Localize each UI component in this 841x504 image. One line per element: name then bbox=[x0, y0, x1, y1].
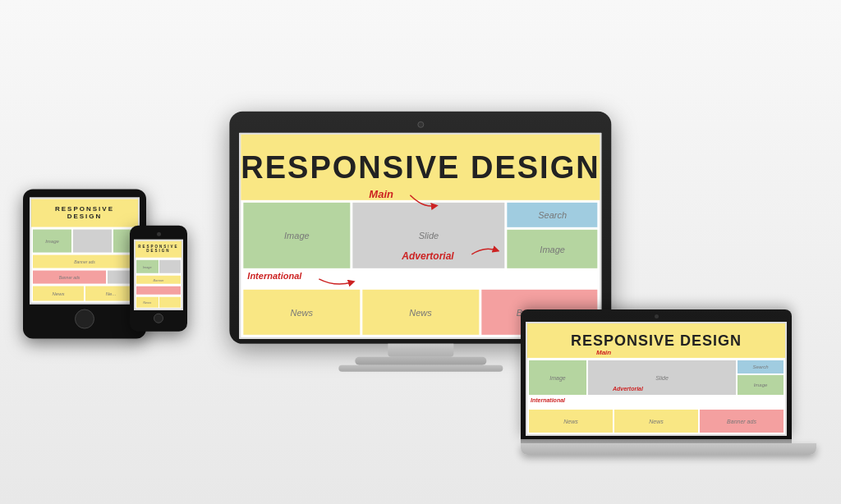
tablet: RESPONSIVEDESIGN Image bbox=[23, 190, 146, 339]
monitor-image-cell: Image bbox=[243, 203, 350, 268]
monitor-advertorial-annotation: Advertorial bbox=[402, 250, 453, 262]
phone-display: RESPONSIVEDESIGN Image Banner bbox=[134, 240, 183, 310]
phone-image-cell: Image bbox=[136, 260, 159, 273]
laptop-international-annotation: International bbox=[531, 397, 565, 403]
monitor-image2-cell: Image bbox=[508, 230, 598, 268]
tablet-display: RESPONSIVEDESIGN Image bbox=[30, 198, 140, 305]
tablet-news1-cell: News bbox=[33, 286, 84, 301]
tablet-image-cell: Image bbox=[33, 230, 71, 253]
monitor-image2-label: Image bbox=[540, 244, 565, 254]
phone-banner-label: Banner bbox=[154, 277, 164, 282]
tablet-title: RESPONSIVEDESIGN bbox=[55, 206, 114, 221]
tablet-banner2-label: Banner ads bbox=[59, 275, 80, 280]
monitor-base bbox=[338, 365, 503, 372]
phone-gray-cell bbox=[159, 260, 182, 273]
laptop-header: RESPONSIVE DESIGN bbox=[527, 323, 785, 358]
laptop-right-column: Search Image bbox=[738, 360, 784, 395]
tablet-body: RESPONSIVEDESIGN Image bbox=[23, 190, 146, 339]
monitor-slide-cell: Slide Main Advertorial bbox=[352, 203, 504, 268]
monitor-search-label: Search bbox=[538, 210, 567, 220]
laptop-news1-label: News bbox=[563, 419, 578, 424]
laptop-middle-row: Image Slide Main Advertorial Search bbox=[527, 360, 785, 395]
monitor-news1-cell: News bbox=[243, 290, 360, 335]
laptop-bottom-row: News News Banner ads bbox=[527, 410, 785, 434]
phone-camera bbox=[157, 232, 161, 236]
monitor-stand-top bbox=[388, 344, 453, 357]
monitor-international-annotation: International bbox=[247, 271, 301, 281]
laptop-image2-label: Image bbox=[754, 383, 768, 387]
tablet-row1: Image bbox=[31, 230, 138, 253]
laptop-search-cell: Search bbox=[738, 360, 784, 373]
phone-title: RESPONSIVEDESIGN bbox=[138, 245, 178, 254]
phone-banner-cell: Banner bbox=[136, 276, 181, 284]
laptop-banner-label: Banner ads bbox=[727, 419, 756, 424]
monitor-international-arrow bbox=[315, 273, 356, 287]
monitor-header: RESPONSIVE DESIGN bbox=[241, 135, 600, 200]
laptop-base bbox=[521, 443, 816, 455]
monitor-camera bbox=[417, 121, 424, 128]
laptop-search-label: Search bbox=[752, 364, 768, 369]
laptop-annotation-row: International bbox=[527, 397, 785, 407]
tablet-banner1-label: Banner ads bbox=[74, 259, 95, 264]
tablet-home-button[interactable] bbox=[75, 309, 94, 329]
monitor-wireframe: RESPONSIVE DESIGN Image S bbox=[239, 133, 601, 339]
monitor-middle-row: Image Slide Main bbox=[241, 203, 600, 268]
laptop-news2-label: News bbox=[649, 419, 664, 424]
laptop-display: RESPONSIVE DESIGN Image Slide Main Adver… bbox=[526, 322, 787, 436]
monitor-title: RESPONSIVE DESIGN bbox=[241, 149, 600, 185]
phone-header: RESPONSIVEDESIGN bbox=[136, 241, 182, 258]
monitor-news2-cell: News bbox=[362, 290, 479, 335]
scene: RESPONSIVE DESIGN Image S bbox=[0, 0, 841, 504]
tablet-wireframe: RESPONSIVEDESIGN Image bbox=[30, 198, 140, 305]
tablet-bottom-row: News Ne... bbox=[31, 286, 138, 303]
phone-news-cell: News bbox=[136, 297, 159, 308]
tablet-news2-cell: Ne... bbox=[85, 286, 136, 301]
phone-body: RESPONSIVEDESIGN Image Banner bbox=[130, 226, 187, 332]
monitor-display: RESPONSIVE DESIGN Image S bbox=[239, 133, 601, 339]
laptop-wireframe: RESPONSIVE DESIGN Image Slide Main Adver… bbox=[526, 322, 787, 436]
tablet-ad-cell bbox=[73, 230, 112, 253]
monitor-news1-label: News bbox=[290, 307, 313, 317]
phone-image-label: Image bbox=[143, 264, 152, 268]
laptop-news1-cell: News bbox=[529, 410, 613, 433]
monitor-annotation-row: International bbox=[241, 271, 600, 287]
phone-bottom-row: News bbox=[136, 297, 182, 309]
laptop-news2-cell: News bbox=[614, 410, 698, 433]
monitor-advertorial-arrow bbox=[467, 242, 500, 259]
laptop-banner-cell: Banner ads bbox=[700, 410, 784, 433]
phone-wireframe: RESPONSIVEDESIGN Image Banner bbox=[134, 240, 183, 310]
monitor-search-cell: Search bbox=[508, 203, 598, 227]
phone-pink-cell bbox=[136, 286, 181, 295]
tablet-news2-label: Ne... bbox=[106, 291, 117, 296]
tablet-news1-label: News bbox=[52, 291, 64, 296]
tablet-header: RESPONSIVEDESIGN bbox=[31, 199, 138, 227]
laptop: RESPONSIVE DESIGN Image Slide Main Adver… bbox=[521, 309, 816, 455]
phone-news-label: News bbox=[143, 300, 151, 305]
phone-home-button[interactable] bbox=[154, 314, 163, 323]
laptop-camera bbox=[655, 314, 659, 318]
laptop-image-label: Image bbox=[549, 375, 565, 381]
laptop-slide-label: Slide bbox=[655, 375, 669, 381]
tablet-banner2-cell: Banner ads bbox=[33, 271, 106, 284]
laptop-screen-part: RESPONSIVE DESIGN Image Slide Main Adver… bbox=[521, 309, 792, 439]
monitor-slide-label: Slide bbox=[419, 231, 439, 241]
tablet-image-label: Image bbox=[45, 239, 59, 244]
phone: RESPONSIVEDESIGN Image Banner bbox=[130, 226, 187, 332]
laptop-title: RESPONSIVE DESIGN bbox=[571, 332, 742, 350]
laptop-advertorial-annotation: Advertorial bbox=[613, 386, 643, 392]
tablet-banner1-cell: Banner ads bbox=[33, 255, 136, 268]
laptop-image-cell: Image bbox=[529, 360, 586, 395]
tablet-row2: Banner ads bbox=[31, 255, 138, 268]
phone-row1: Image bbox=[136, 260, 182, 273]
phone-row3 bbox=[136, 286, 182, 295]
monitor-main-arrow bbox=[406, 191, 439, 211]
monitor-image-label: Image bbox=[284, 231, 310, 241]
monitor-stand-base bbox=[355, 357, 486, 365]
phone-row2: Banner bbox=[136, 276, 182, 284]
monitor-news2-label: News bbox=[409, 307, 432, 317]
phone-news2-cell bbox=[159, 297, 182, 308]
laptop-image2-cell: Image bbox=[738, 375, 784, 395]
laptop-slide-cell: Slide Main Advertorial bbox=[588, 360, 736, 395]
tablet-row3: Banner ads bbox=[31, 271, 138, 284]
